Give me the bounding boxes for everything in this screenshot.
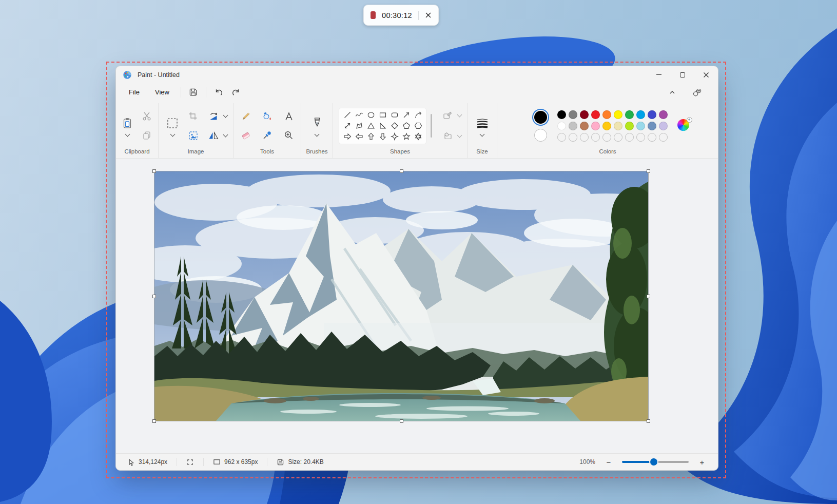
palette-color-swatch[interactable] xyxy=(636,110,645,119)
shape-polygon[interactable] xyxy=(353,121,365,131)
palette-color-swatch[interactable] xyxy=(602,122,611,130)
shape-arrow-north-east[interactable] xyxy=(400,110,412,121)
palette-color-swatch[interactable] xyxy=(591,110,600,119)
paste-dropdown-chevron-icon[interactable] xyxy=(125,132,130,137)
palette-empty-slot[interactable] xyxy=(625,133,634,142)
shape-triangle[interactable] xyxy=(365,121,377,131)
copy-button[interactable] xyxy=(139,128,155,143)
selection-handle-bottom-left[interactable] xyxy=(152,419,156,423)
palette-color-swatch[interactable] xyxy=(648,122,656,130)
pencil-button[interactable] xyxy=(238,109,254,124)
background-color-swatch[interactable] xyxy=(534,129,547,142)
palette-empty-slot[interactable] xyxy=(648,133,656,142)
palette-empty-slot[interactable] xyxy=(659,133,668,142)
selection-handle-bottom-middle[interactable] xyxy=(400,419,403,423)
selection-handle-top-right[interactable] xyxy=(647,169,650,173)
zoom-slider[interactable] xyxy=(622,458,689,466)
shape-line[interactable] xyxy=(341,110,353,121)
shape-diamond[interactable] xyxy=(388,121,400,131)
redo-button[interactable] xyxy=(227,85,245,99)
shape-fill-chevron-icon[interactable] xyxy=(457,133,462,138)
shape-curved-arrow[interactable] xyxy=(412,110,424,121)
zoom-in-button[interactable]: + xyxy=(696,456,708,468)
selection-handle-top-left[interactable] xyxy=(152,169,156,173)
zoom-slider-thumb[interactable] xyxy=(650,458,657,466)
rotate-dropdown-chevron-icon[interactable] xyxy=(223,113,228,118)
shape-right-triangle[interactable] xyxy=(377,121,388,131)
canvas-scroll-area[interactable] xyxy=(116,159,718,453)
shape-rounded-rectangle[interactable] xyxy=(388,110,400,121)
menu-view[interactable]: View xyxy=(147,85,177,99)
zoom-out-button[interactable]: − xyxy=(603,456,614,468)
save-button[interactable] xyxy=(185,85,202,99)
title-bar[interactable]: Paint - Untitled xyxy=(116,66,718,83)
undo-button[interactable] xyxy=(210,85,227,99)
selection-handle-top-middle[interactable] xyxy=(400,169,403,173)
brushes-button[interactable] xyxy=(309,115,325,131)
palette-color-swatch[interactable] xyxy=(648,110,656,119)
palette-color-swatch[interactable] xyxy=(659,110,668,119)
edit-colors-button[interactable]: + xyxy=(677,119,691,132)
shape-rectangle[interactable] xyxy=(377,110,388,121)
rotate-button[interactable] xyxy=(205,108,222,124)
palette-color-swatch[interactable] xyxy=(659,122,668,130)
close-button[interactable] xyxy=(694,66,718,83)
fill-button[interactable] xyxy=(259,109,276,124)
canvas[interactable] xyxy=(154,171,648,421)
minimize-button[interactable] xyxy=(647,66,671,83)
select-dropdown-chevron-icon[interactable] xyxy=(170,132,175,137)
shapes-scrollbar[interactable] xyxy=(431,114,432,138)
palette-empty-slot[interactable] xyxy=(602,133,611,142)
stop-recording-button[interactable] xyxy=(371,11,376,19)
selection-handle-middle-left[interactable] xyxy=(152,295,156,298)
copilot-button[interactable] xyxy=(688,85,706,99)
eraser-button[interactable] xyxy=(238,127,254,143)
palette-empty-slot[interactable] xyxy=(614,133,622,142)
select-button[interactable] xyxy=(164,115,181,131)
palette-color-swatch[interactable] xyxy=(557,122,566,130)
shape-right-arrow[interactable] xyxy=(341,131,353,142)
palette-color-swatch[interactable] xyxy=(580,122,589,130)
palette-empty-slot[interactable] xyxy=(591,133,600,142)
shape-left-arrow[interactable] xyxy=(353,131,365,142)
text-tool-button[interactable] xyxy=(281,109,297,124)
ribbon-collapse-button[interactable] xyxy=(664,85,681,99)
palette-empty-slot[interactable] xyxy=(557,133,566,142)
maximize-button[interactable] xyxy=(671,66,694,83)
resize-button[interactable] xyxy=(185,128,201,143)
magnifier-button[interactable] xyxy=(281,127,297,143)
palette-color-swatch[interactable] xyxy=(580,110,589,119)
shape-oval[interactable] xyxy=(365,110,377,121)
palette-empty-slot[interactable] xyxy=(636,133,645,142)
shape-up-arrow[interactable] xyxy=(365,131,377,142)
palette-color-swatch[interactable] xyxy=(625,110,634,119)
shape-hexagon[interactable] xyxy=(412,121,424,131)
crop-button[interactable] xyxy=(185,108,201,124)
shape-pentagon[interactable] xyxy=(400,121,412,131)
selection-handle-bottom-right[interactable] xyxy=(647,419,650,423)
brushes-dropdown-chevron-icon[interactable] xyxy=(315,132,320,137)
palette-color-swatch[interactable] xyxy=(569,122,577,130)
shape-fill-button[interactable] xyxy=(439,128,456,144)
palette-color-swatch[interactable] xyxy=(625,122,634,130)
palette-color-swatch[interactable] xyxy=(569,110,577,119)
flip-button[interactable] xyxy=(205,128,222,143)
palette-color-swatch[interactable] xyxy=(614,110,622,119)
palette-color-swatch[interactable] xyxy=(557,110,566,119)
shape-down-arrow[interactable] xyxy=(377,131,388,142)
foreground-color-swatch[interactable] xyxy=(533,110,548,125)
palette-color-swatch[interactable] xyxy=(602,110,611,119)
size-button[interactable] xyxy=(474,115,491,131)
palette-color-swatch[interactable] xyxy=(614,122,622,130)
shape-five-point-star[interactable] xyxy=(400,131,412,142)
shape-two-way-arrow[interactable] xyxy=(341,121,353,131)
palette-color-swatch[interactable] xyxy=(636,122,645,130)
cut-button[interactable] xyxy=(139,108,155,124)
shape-outline-chevron-icon[interactable] xyxy=(457,112,462,118)
shape-curve[interactable] xyxy=(353,110,365,121)
palette-color-swatch[interactable] xyxy=(591,122,600,130)
flip-dropdown-chevron-icon[interactable] xyxy=(223,132,228,138)
close-recording-toolbar-button[interactable] xyxy=(425,10,432,21)
selection-handle-middle-right[interactable] xyxy=(647,295,650,298)
shape-outline-button[interactable] xyxy=(439,108,456,123)
